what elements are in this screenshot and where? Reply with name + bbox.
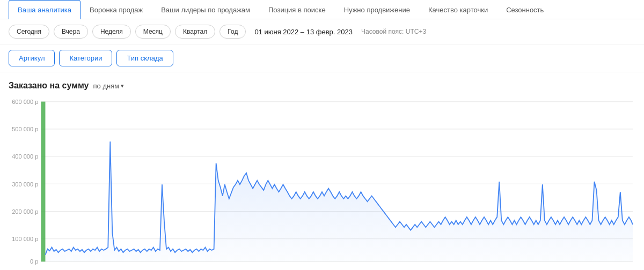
date-range-display: 01 июня 2022 – 13 февр. 2023 xyxy=(254,28,353,36)
nav-tabs: Ваша аналитика Воронка продаж Ваши лидер… xyxy=(0,0,644,19)
svg-text:31 авг.: 31 авг. xyxy=(273,267,289,267)
svg-text:400 000 р: 400 000 р xyxy=(12,153,38,160)
svg-text:2 июня: 2 июня xyxy=(36,267,54,267)
svg-text:1 авг.: 1 авг. xyxy=(193,267,207,267)
svg-text:17 июня: 17 июня xyxy=(74,267,94,267)
svg-text:30 окт.: 30 окт. xyxy=(427,267,443,267)
svg-text:16 авг.: 16 авг. xyxy=(233,267,249,267)
filter-row: Артикул Категории Тип склада xyxy=(0,44,644,72)
svg-text:14 дек.: 14 дек. xyxy=(535,267,553,267)
tab-card-quality[interactable]: Качество карточки xyxy=(419,0,497,19)
chart-title-row: Заказано на сумму по дням ▾ xyxy=(9,81,635,91)
svg-text:15 сент.: 15 сент. xyxy=(308,267,327,267)
chip-month[interactable]: Месяц xyxy=(135,25,171,39)
svg-text:15 окт.: 15 окт. xyxy=(389,267,405,267)
tab-seasonality[interactable]: Сезонность xyxy=(497,0,553,19)
svg-text:600 000 р: 600 000 р xyxy=(12,99,38,105)
svg-text:2 июля: 2 июля xyxy=(113,267,131,267)
period-selector[interactable]: по дням ▾ xyxy=(93,82,125,90)
chip-year[interactable]: Год xyxy=(219,25,246,39)
chart-container: 600 000 р 500 000 р 400 000 р 300 000 р … xyxy=(9,96,635,267)
svg-text:500 000 р: 500 000 р xyxy=(12,126,38,132)
chip-quarter[interactable]: Квартал xyxy=(175,25,215,39)
sales-chart: 600 000 р 500 000 р 400 000 р 300 000 р … xyxy=(9,96,635,267)
svg-text:13 янв.: 13 янв. xyxy=(594,267,612,267)
svg-text:29 дек.: 29 дек. xyxy=(570,267,588,267)
svg-text:29 нояб.: 29 нояб. xyxy=(497,267,518,267)
tab-analytics[interactable]: Ваша аналитика xyxy=(9,0,80,19)
svg-text:0 р: 0 р xyxy=(30,258,38,264)
svg-text:30 сент.: 30 сент. xyxy=(348,267,367,267)
chevron-down-icon: ▾ xyxy=(121,82,124,89)
chart-title: Заказано на сумму xyxy=(9,81,89,91)
timezone-display: Часовой пояс: UTC+3 xyxy=(361,28,426,35)
filter-warehouse-type[interactable]: Тип склада xyxy=(116,50,173,66)
svg-text:300 000 р: 300 000 р xyxy=(12,181,38,187)
chart-section: Заказано на сумму по дням ▾ 600 000 р xyxy=(0,72,644,267)
svg-text:100 000 р: 100 000 р xyxy=(12,236,38,242)
tab-promotion[interactable]: Нужно продвижение xyxy=(335,0,419,19)
svg-text:17 июля: 17 июля xyxy=(151,267,171,267)
svg-marker-15 xyxy=(45,141,632,261)
svg-text:12 фев: 12 фев xyxy=(624,267,635,267)
date-filter-row: Сегодня Вчера Неделя Месяц Квартал Год 0… xyxy=(0,19,644,44)
svg-text:200 000 р: 200 000 р xyxy=(12,208,38,214)
svg-rect-14 xyxy=(41,102,45,262)
tab-search-position[interactable]: Позиция в поиске xyxy=(259,0,335,19)
filter-categories[interactable]: Категории xyxy=(59,50,112,66)
filter-article[interactable]: Артикул xyxy=(9,50,55,66)
chip-today[interactable]: Сегодня xyxy=(9,25,49,39)
tab-leaders[interactable]: Ваши лидеры по продажам xyxy=(152,0,259,19)
chip-yesterday[interactable]: Вчера xyxy=(54,25,88,39)
svg-text:14 нояб.: 14 нояб. xyxy=(460,267,481,267)
tab-funnel[interactable]: Воронка продаж xyxy=(80,0,152,19)
chip-week[interactable]: Неделя xyxy=(92,25,131,39)
